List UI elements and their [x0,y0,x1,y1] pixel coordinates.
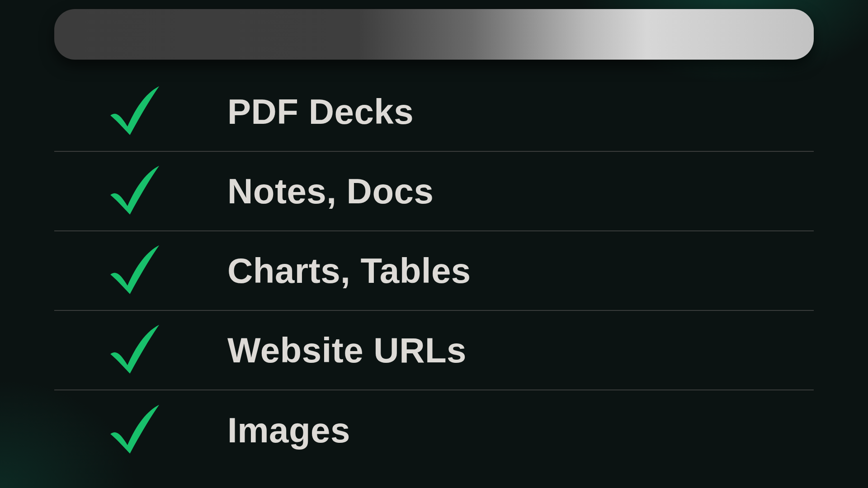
list-item-label: Images [227,410,350,451]
list-item: Charts, Tables [54,231,814,311]
search-bar[interactable] [54,9,814,60]
list-item: Notes, Docs [54,152,814,231]
list-item: Images [54,390,814,470]
checkmark-icon [103,400,164,461]
list-item: Website URLs [54,311,814,390]
checkmark-icon [103,240,164,301]
checkmark-icon [103,161,164,222]
list-item-label: Notes, Docs [227,171,434,212]
checkmark-icon [103,320,164,381]
feature-list: PDF Decks Notes, Docs Charts, Tables Web… [54,72,814,470]
list-item: PDF Decks [54,72,814,152]
list-item-label: Website URLs [227,330,467,371]
checkmark-icon [103,81,164,142]
content-wrapper: PDF Decks Notes, Docs Charts, Tables Web… [0,0,868,470]
list-item-label: Charts, Tables [227,250,471,291]
list-item-label: PDF Decks [227,91,414,132]
